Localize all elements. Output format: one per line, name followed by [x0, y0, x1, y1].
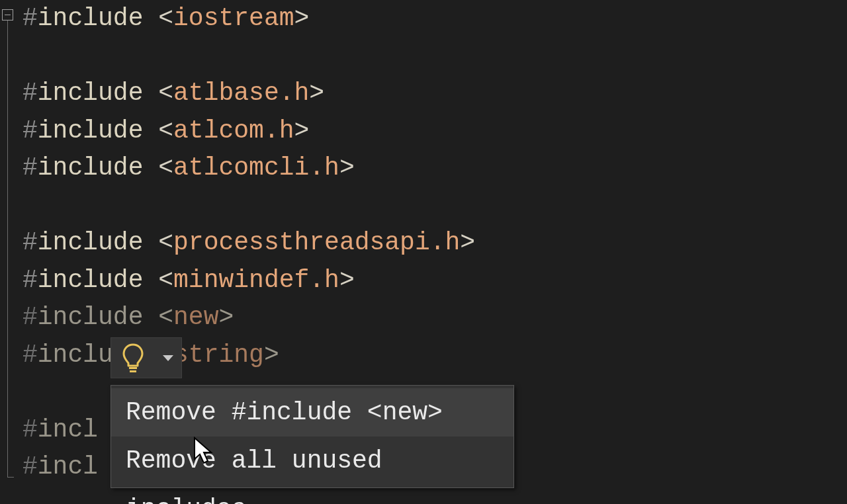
- hash-token: #: [22, 79, 38, 107]
- quick-actions-button[interactable]: [111, 337, 182, 378]
- directive-token: include: [38, 266, 144, 294]
- header-token: atlcomcli.h: [173, 153, 339, 182]
- directive-token: incl: [38, 415, 98, 444]
- code-line-unused[interactable]: #include <string>: [22, 337, 475, 374]
- code-line-unused[interactable]: #include <new>: [22, 299, 475, 337]
- fold-collapse-icon[interactable]: [2, 9, 13, 21]
- quick-actions-menu: Remove #include <new> Remove all unused …: [111, 385, 514, 488]
- code-line[interactable]: #include <atlcom.h>: [22, 112, 475, 150]
- code-line[interactable]: #include <minwindef.h>: [22, 262, 475, 300]
- directive-token: include: [38, 116, 144, 145]
- quick-action-remove-single[interactable]: Remove #include <new>: [111, 388, 513, 437]
- header-token: minwindef.h: [173, 266, 339, 294]
- minus-icon: [5, 15, 11, 15]
- angle-open: <: [143, 116, 173, 145]
- header-token: atlbase.h: [173, 79, 309, 107]
- hash-token: #: [22, 153, 38, 182]
- angle-open: <: [143, 153, 173, 182]
- angle-open: <: [143, 4, 173, 32]
- fold-guide-line: [7, 21, 8, 477]
- gutter: [0, 0, 20, 504]
- angle-open: <: [143, 228, 173, 257]
- hash-token: #: [22, 116, 38, 145]
- directive-token: include: [38, 228, 144, 257]
- hash-token: #: [22, 415, 38, 444]
- angle-open: <: [143, 79, 173, 107]
- angle-close: >: [294, 116, 310, 145]
- quick-action-remove-all[interactable]: Remove all unused includes: [111, 437, 513, 485]
- angle-close: >: [309, 79, 324, 107]
- header-token: new: [173, 303, 218, 331]
- code-line[interactable]: #include <atlcomcli.h>: [22, 149, 475, 187]
- hash-token: #: [22, 4, 38, 32]
- menu-item-label: Remove all unused includes: [126, 446, 382, 504]
- angle-close: >: [218, 303, 234, 331]
- code-editor[interactable]: #include <iostream> #include <atlbase.h>…: [0, 0, 847, 504]
- hash-token: #: [22, 228, 38, 257]
- directive-token: include: [38, 79, 144, 107]
- hash-token: #: [22, 452, 38, 481]
- directive-token: incl: [38, 452, 98, 481]
- angle-close: >: [339, 266, 355, 294]
- angle-open: <: [143, 303, 173, 331]
- hash-token: #: [22, 266, 38, 294]
- header-token: atlcom.h: [173, 116, 294, 145]
- angle-close: >: [264, 341, 279, 369]
- svg-rect-1: [130, 370, 136, 372]
- angle-close: >: [294, 4, 310, 32]
- code-line[interactable]: #include <processthreadsapi.h>: [22, 224, 475, 262]
- angle-close: >: [460, 228, 475, 257]
- directive-token: include: [38, 153, 144, 182]
- directive-token: include: [38, 4, 144, 32]
- code-line-blank[interactable]: [22, 187, 475, 225]
- code-line-blank[interactable]: [22, 38, 475, 75]
- hash-token: #: [22, 341, 38, 369]
- fold-guide-end: [7, 477, 14, 478]
- header-token: processthreadsapi.h: [173, 228, 460, 257]
- angle-open: <: [143, 266, 173, 294]
- lightbulb-icon: [111, 338, 155, 378]
- hash-token: #: [22, 303, 38, 331]
- header-token: string: [173, 341, 264, 369]
- code-line[interactable]: #include <iostream>: [22, 0, 475, 38]
- header-token: iostream: [173, 4, 294, 32]
- menu-item-label: Remove #include <new>: [126, 398, 443, 427]
- chevron-down-icon: [155, 338, 181, 378]
- code-line[interactable]: #include <atlbase.h>: [22, 75, 475, 112]
- svg-rect-0: [129, 367, 137, 369]
- directive-token: include: [38, 303, 144, 331]
- angle-close: >: [339, 153, 355, 182]
